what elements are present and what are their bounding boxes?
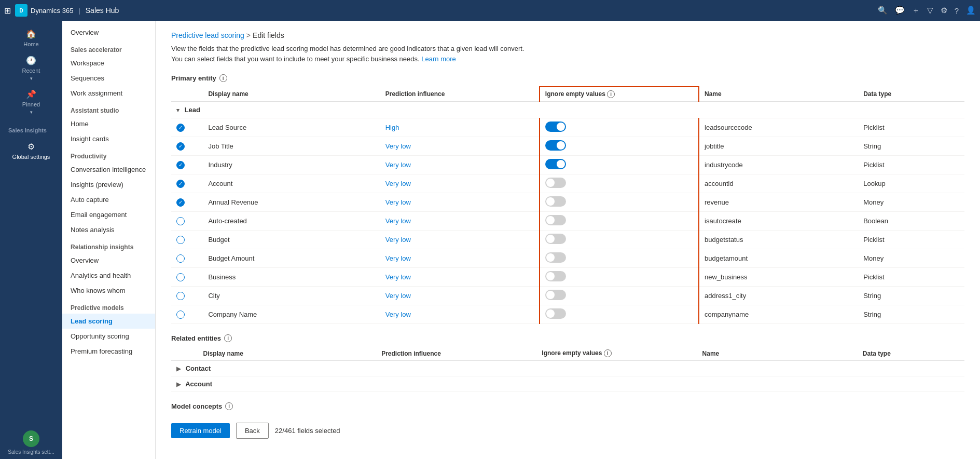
sidebar-opportunity-scoring[interactable]: Opportunity scoring	[62, 329, 155, 344]
ignore-empty-toggle[interactable]	[545, 159, 566, 169]
help-icon[interactable]: ?	[955, 6, 959, 15]
prediction-influence-link[interactable]: Very low	[385, 198, 411, 206]
contact-group-header: ▶ Contact	[171, 361, 964, 376]
row-display-name: Job Title	[203, 137, 380, 156]
model-concepts-label: Model concepts i	[171, 402, 964, 410]
prediction-influence-link[interactable]: High	[385, 124, 399, 131]
ignore-empty-toggle[interactable]	[545, 308, 566, 319]
sidebar-workspace[interactable]: Workspace	[62, 56, 155, 71]
chat-icon[interactable]: 💬	[895, 6, 905, 15]
table-row: Job TitleVery lowjobtitleString	[171, 137, 964, 156]
app-suite-label: Dynamics 365	[31, 7, 73, 15]
prediction-influence-link[interactable]: Very low	[385, 254, 411, 262]
row-field-name: jobtitle	[699, 137, 858, 156]
row-checkbox[interactable]	[176, 310, 185, 319]
rel-col-header-prediction-influence: Prediction influence	[376, 346, 536, 361]
sidebar-item-home[interactable]: 🏠 Home	[0, 25, 62, 51]
ignore-empty-info-icon[interactable]: i	[607, 90, 615, 98]
sidebar-rel-overview[interactable]: Overview	[62, 253, 155, 268]
dynamics-logo-icon: D	[15, 4, 27, 17]
prediction-influence-link[interactable]: Very low	[385, 292, 411, 300]
ignore-empty-toggle[interactable]	[545, 215, 566, 225]
sidebar-overview[interactable]: Overview	[62, 25, 155, 40]
row-field-name: isautocreate	[699, 212, 858, 231]
account-group-header: ▶ Account	[171, 376, 964, 392]
prediction-influence-link[interactable]: Very low	[385, 310, 411, 318]
back-button[interactable]: Back	[236, 423, 269, 439]
related-entities-table: Display name Prediction influence Ignore…	[171, 346, 964, 392]
pinned-expand-icon: ▾	[30, 110, 33, 115]
rel-col-header-data-type: Data type	[858, 346, 964, 361]
prediction-influence-link[interactable]: Very low	[385, 180, 411, 187]
sidebar-item-global-settings[interactable]: ⚙ Global settings	[0, 138, 62, 164]
ignore-empty-toggle[interactable]	[545, 196, 566, 207]
user-icon[interactable]: 👤	[966, 6, 976, 15]
model-concepts-info-icon[interactable]: i	[225, 402, 233, 410]
ignore-empty-toggle[interactable]	[545, 178, 566, 188]
add-icon[interactable]: ＋	[912, 6, 920, 16]
row-checkbox[interactable]	[176, 273, 185, 281]
row-checkbox[interactable]	[176, 198, 185, 207]
filter-icon[interactable]: ▽	[927, 6, 933, 15]
ignore-empty-toggle[interactable]	[545, 271, 566, 281]
ignore-empty-toggle[interactable]	[545, 140, 566, 151]
settings-icon[interactable]: ⚙	[941, 6, 947, 15]
row-checkbox[interactable]	[176, 236, 185, 244]
account-expand-icon[interactable]: ▶	[176, 381, 181, 387]
row-checkbox[interactable]	[176, 180, 185, 188]
ignore-empty-toggle[interactable]	[545, 122, 566, 132]
row-checkbox[interactable]	[176, 217, 185, 225]
contact-expand-icon[interactable]: ▶	[176, 366, 181, 372]
related-entities-info-icon[interactable]: i	[224, 334, 232, 342]
row-field-name: revenue	[699, 193, 858, 212]
primary-entity-info-icon[interactable]: i	[219, 74, 227, 82]
sidebar-conversation-intelligence[interactable]: Conversation intelligence	[62, 162, 155, 177]
search-icon[interactable]: 🔍	[878, 6, 888, 15]
sidebar-premium-forecasting[interactable]: Premium forecasting	[62, 344, 155, 359]
lead-group-header: ▾ Lead	[171, 102, 964, 118]
row-data-type: Money	[858, 249, 964, 268]
footer-bar: Retrain model Back 22/461 fields selecte…	[171, 416, 964, 441]
row-data-type: Picklist	[858, 118, 964, 137]
row-checkbox[interactable]	[176, 124, 185, 132]
row-checkbox[interactable]	[176, 142, 185, 151]
prediction-influence-link[interactable]: Very low	[385, 273, 411, 281]
prediction-influence-link[interactable]: Very low	[385, 142, 411, 150]
lead-group-expand-icon[interactable]: ▾	[176, 107, 180, 113]
sidebar-who-knows-whom[interactable]: Who knows whom	[62, 283, 155, 298]
fields-selected-count: 22/461 fields selected	[275, 427, 340, 435]
sidebar-lead-scoring[interactable]: Lead scoring	[62, 314, 155, 329]
sidebar-sequences[interactable]: Sequences	[62, 71, 155, 86]
account-label: Account	[185, 380, 212, 388]
row-checkbox[interactable]	[176, 292, 185, 300]
sidebar-assistant-home[interactable]: Home	[62, 116, 155, 131]
prediction-influence-link[interactable]: Very low	[385, 236, 411, 244]
sidebar-email-engagement[interactable]: Email engagement	[62, 207, 155, 222]
rel-ignore-empty-info-icon[interactable]: i	[604, 349, 612, 357]
grid-icon[interactable]: ⊞	[4, 6, 11, 16]
breadcrumb-separator: >	[246, 31, 251, 39]
sidebar-insight-cards[interactable]: Insight cards	[62, 131, 155, 146]
sidebar-item-pinned[interactable]: 📌 Pinned ▾	[0, 85, 62, 119]
recent-icon: 🕐	[26, 56, 36, 65]
ignore-empty-toggle[interactable]	[545, 290, 566, 300]
sidebar-item-recent[interactable]: 🕐 Recent ▾	[0, 51, 62, 85]
sidebar-notes-analysis[interactable]: Notes analysis	[62, 222, 155, 237]
row-data-type: Boolean	[858, 212, 964, 231]
nav-divider: |	[78, 7, 80, 15]
user-avatar[interactable]: S	[23, 430, 39, 447]
sidebar-work-assignment[interactable]: Work assignment	[62, 86, 155, 101]
ignore-empty-toggle[interactable]	[545, 234, 566, 244]
retrain-model-button[interactable]: Retrain model	[171, 423, 230, 438]
prediction-influence-link[interactable]: Very low	[385, 217, 411, 225]
sidebar-insights-preview[interactable]: Insights (preview)	[62, 177, 155, 192]
breadcrumb-parent[interactable]: Predictive lead scoring	[171, 31, 244, 39]
sidebar-auto-capture[interactable]: Auto capture	[62, 192, 155, 207]
prediction-influence-link[interactable]: Very low	[385, 161, 411, 169]
row-checkbox[interactable]	[176, 161, 185, 169]
learn-more-link[interactable]: Learn more	[421, 55, 456, 63]
ignore-empty-toggle[interactable]	[545, 252, 566, 263]
sidebar-analytics-health[interactable]: Analytics and health	[62, 268, 155, 283]
row-checkbox[interactable]	[176, 254, 185, 263]
table-row: Lead SourceHighleadsourcecodePicklist	[171, 118, 964, 137]
